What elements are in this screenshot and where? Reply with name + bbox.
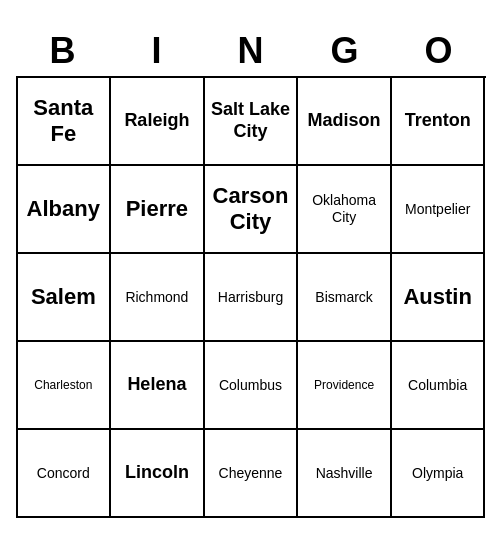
cell-text: Pierre [126,196,188,222]
bingo-cell: Pierre [111,166,205,254]
bingo-cell: Harrisburg [205,254,299,342]
cell-text: Carson City [211,183,291,236]
cell-text: Austin [403,284,471,310]
cell-text: Oklahoma City [304,192,384,226]
cell-text: Montpelier [405,201,470,218]
cell-text: Lincoln [125,462,189,484]
bingo-cell: Raleigh [111,78,205,166]
cell-text: Olympia [412,465,463,482]
cell-text: Madison [308,110,381,132]
bingo-cell: Austin [392,254,486,342]
bingo-cell: Charleston [18,342,112,430]
cell-text: Providence [314,378,374,392]
header-letter: I [110,26,204,76]
header-letter: N [204,26,298,76]
bingo-cell: Nashville [298,430,392,518]
bingo-header: BINGO [16,26,486,76]
bingo-cell: Salt Lake City [205,78,299,166]
bingo-cell: Albany [18,166,112,254]
bingo-cell: Olympia [392,430,486,518]
bingo-cell: Bismarck [298,254,392,342]
header-letter: B [16,26,110,76]
bingo-grid: Santa FeRaleighSalt Lake CityMadisonTren… [16,76,486,518]
bingo-cell: Providence [298,342,392,430]
cell-text: Concord [37,465,90,482]
cell-text: Albany [27,196,100,222]
cell-text: Charleston [34,378,92,392]
cell-text: Helena [127,374,186,396]
bingo-cell: Cheyenne [205,430,299,518]
cell-text: Nashville [316,465,373,482]
bingo-cell: Columbus [205,342,299,430]
cell-text: Richmond [125,289,188,306]
cell-text: Cheyenne [219,465,283,482]
bingo-cell: Trenton [392,78,486,166]
bingo-cell: Madison [298,78,392,166]
bingo-cell: Richmond [111,254,205,342]
cell-text: Salem [31,284,96,310]
bingo-cell: Santa Fe [18,78,112,166]
bingo-cell: Carson City [205,166,299,254]
cell-text: Santa Fe [24,95,104,148]
header-letter: G [298,26,392,76]
cell-text: Columbus [219,377,282,394]
bingo-cell: Concord [18,430,112,518]
cell-text: Columbia [408,377,467,394]
cell-text: Raleigh [124,110,189,132]
header-letter: O [392,26,486,76]
bingo-cell: Columbia [392,342,486,430]
bingo-cell: Oklahoma City [298,166,392,254]
bingo-cell: Montpelier [392,166,486,254]
cell-text: Bismarck [315,289,373,306]
bingo-cell: Lincoln [111,430,205,518]
bingo-cell: Helena [111,342,205,430]
cell-text: Salt Lake City [211,99,291,142]
cell-text: Trenton [405,110,471,132]
bingo-card: BINGO Santa FeRaleighSalt Lake CityMadis… [16,26,486,518]
cell-text: Harrisburg [218,289,283,306]
bingo-cell: Salem [18,254,112,342]
